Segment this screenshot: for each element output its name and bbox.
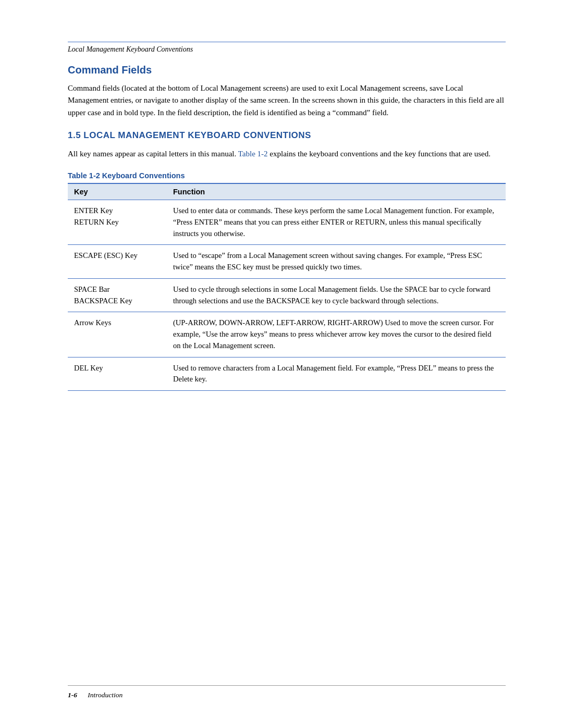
table-caption: Table 1-2 Keyboard Conventions	[68, 171, 506, 180]
table-cell-key: SPACE BarBACKSPACE Key	[68, 278, 167, 312]
keyboard-conventions-table: Key Function ENTER KeyRETURN KeyUsed to …	[68, 183, 506, 391]
table-1-2-link[interactable]: Table 1-2	[238, 150, 268, 158]
table-cell-key: ESCAPE (ESC) Key	[68, 245, 167, 279]
key-line: ENTER Key	[74, 205, 161, 217]
page: Local Management Keyboard Conventions Co…	[0, 0, 563, 728]
footer-page-ref: 1-6	[68, 691, 77, 699]
header-rule	[68, 42, 506, 42]
section-15-heading: 1.5 Local Management Keyboard Convention…	[68, 130, 506, 141]
command-fields-body: Command fields (located at the bottom of…	[68, 82, 506, 119]
table-header-row: Key Function	[68, 183, 506, 200]
page-footer: 1-6 Introduction	[68, 685, 506, 699]
key-line: RETURN Key	[74, 217, 161, 228]
key-line: BACKSPACE Key	[74, 295, 161, 307]
breadcrumb: Local Management Keyboard Conventions	[68, 45, 506, 54]
table-cell-key: Arrow Keys	[68, 312, 167, 357]
key-line: SPACE Bar	[74, 284, 161, 295]
footer-section-name: Introduction	[88, 691, 123, 699]
col-header-key: Key	[68, 183, 167, 200]
table-cell-function: Used to cycle through selections in some…	[167, 278, 506, 312]
table-row: Arrow Keys(UP-ARROW, DOWN-ARROW, LEFT-AR…	[68, 312, 506, 357]
footer-label: 1-6 Introduction	[68, 691, 506, 699]
intro-text-after-link: explains the keyboard conventions and th…	[270, 150, 491, 158]
table-cell-function: Used to remove characters from a Local M…	[167, 357, 506, 391]
table-cell-function: Used to enter data or commands. These ke…	[167, 200, 506, 245]
table-row: ENTER KeyRETURN KeyUsed to enter data or…	[68, 200, 506, 245]
table-row: DEL KeyUsed to remove characters from a …	[68, 357, 506, 391]
table-row: SPACE BarBACKSPACE KeyUsed to cycle thro…	[68, 278, 506, 312]
col-header-function: Function	[167, 183, 506, 200]
table-cell-function: (UP-ARROW, DOWN-ARROW, LEFT-ARROW, RIGHT…	[167, 312, 506, 357]
table-cell-key: ENTER KeyRETURN Key	[68, 200, 167, 245]
footer-rule	[68, 685, 506, 686]
section-15-intro: All key names appear as capital letters …	[68, 148, 506, 160]
footer-section-spacer	[79, 691, 86, 699]
table-row: ESCAPE (ESC) KeyUsed to “escape” from a …	[68, 245, 506, 279]
command-fields-heading: Command Fields	[68, 64, 506, 76]
table-cell-key: DEL Key	[68, 357, 167, 391]
intro-text-before-link: All key names appear as capital letters …	[68, 150, 236, 158]
table-cell-function: Used to “escape” from a Local Management…	[167, 245, 506, 279]
